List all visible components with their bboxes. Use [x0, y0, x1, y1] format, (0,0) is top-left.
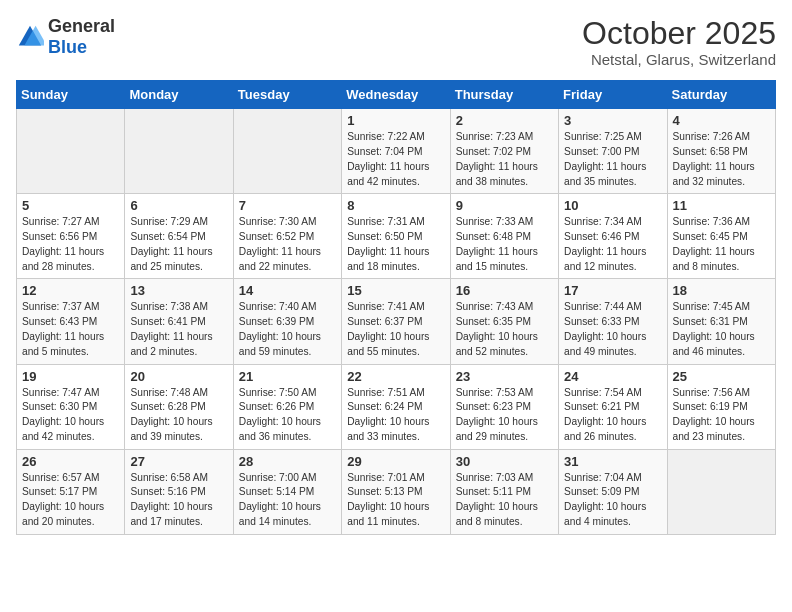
- cell-line: and 32 minutes.: [673, 176, 746, 187]
- cell-content: Sunrise: 7:23 AMSunset: 7:02 PMDaylight:…: [456, 130, 553, 189]
- cell-line: Sunset: 7:02 PM: [456, 146, 531, 157]
- calendar-cell: [17, 109, 125, 194]
- cell-line: Sunset: 6:37 PM: [347, 316, 422, 327]
- cell-line: and 22 minutes.: [239, 261, 312, 272]
- cell-line: Sunrise: 7:00 AM: [239, 472, 317, 483]
- cell-line: Daylight: 11 hours: [564, 161, 646, 172]
- day-number: 17: [564, 283, 661, 298]
- cell-content: Sunrise: 7:30 AMSunset: 6:52 PMDaylight:…: [239, 215, 336, 274]
- cell-line: Daylight: 11 hours: [673, 246, 755, 257]
- calendar-cell: 21Sunrise: 7:50 AMSunset: 6:26 PMDayligh…: [233, 364, 341, 449]
- cell-line: Sunrise: 7:27 AM: [22, 216, 100, 227]
- calendar-cell: 8Sunrise: 7:31 AMSunset: 6:50 PMDaylight…: [342, 194, 450, 279]
- day-number: 1: [347, 113, 444, 128]
- cell-line: Daylight: 10 hours: [130, 501, 212, 512]
- calendar-cell: 19Sunrise: 7:47 AMSunset: 6:30 PMDayligh…: [17, 364, 125, 449]
- cell-content: Sunrise: 7:40 AMSunset: 6:39 PMDaylight:…: [239, 300, 336, 359]
- cell-content: Sunrise: 7:25 AMSunset: 7:00 PMDaylight:…: [564, 130, 661, 189]
- calendar-cell: [125, 109, 233, 194]
- cell-content: Sunrise: 7:54 AMSunset: 6:21 PMDaylight:…: [564, 386, 661, 445]
- cell-line: Daylight: 11 hours: [564, 246, 646, 257]
- day-number: 6: [130, 198, 227, 213]
- cell-line: Sunset: 6:35 PM: [456, 316, 531, 327]
- day-number: 5: [22, 198, 119, 213]
- cell-content: Sunrise: 7:37 AMSunset: 6:43 PMDaylight:…: [22, 300, 119, 359]
- cell-line: Sunset: 5:13 PM: [347, 486, 422, 497]
- cell-content: Sunrise: 7:44 AMSunset: 6:33 PMDaylight:…: [564, 300, 661, 359]
- calendar-week-5: 26Sunrise: 6:57 AMSunset: 5:17 PMDayligh…: [17, 449, 776, 534]
- day-number: 2: [456, 113, 553, 128]
- cell-line: and 35 minutes.: [564, 176, 637, 187]
- calendar-cell: [233, 109, 341, 194]
- day-number: 28: [239, 454, 336, 469]
- calendar-cell: 24Sunrise: 7:54 AMSunset: 6:21 PMDayligh…: [559, 364, 667, 449]
- cell-line: Sunrise: 7:51 AM: [347, 387, 425, 398]
- cell-line: and 8 minutes.: [673, 261, 740, 272]
- cell-line: and 29 minutes.: [456, 431, 529, 442]
- cell-line: and 18 minutes.: [347, 261, 420, 272]
- cell-line: Sunrise: 7:22 AM: [347, 131, 425, 142]
- cell-content: Sunrise: 6:57 AMSunset: 5:17 PMDaylight:…: [22, 471, 119, 530]
- day-number: 23: [456, 369, 553, 384]
- cell-line: Daylight: 10 hours: [130, 416, 212, 427]
- day-number: 8: [347, 198, 444, 213]
- cell-line: and 20 minutes.: [22, 516, 95, 527]
- day-number: 10: [564, 198, 661, 213]
- cell-line: Sunrise: 7:40 AM: [239, 301, 317, 312]
- cell-line: and 8 minutes.: [456, 516, 523, 527]
- cell-line: and 49 minutes.: [564, 346, 637, 357]
- calendar-cell: 11Sunrise: 7:36 AMSunset: 6:45 PMDayligh…: [667, 194, 775, 279]
- cell-line: Sunset: 5:16 PM: [130, 486, 205, 497]
- cell-line: Sunrise: 7:50 AM: [239, 387, 317, 398]
- cell-line: Daylight: 10 hours: [564, 331, 646, 342]
- cell-content: Sunrise: 7:29 AMSunset: 6:54 PMDaylight:…: [130, 215, 227, 274]
- cell-line: Daylight: 10 hours: [239, 331, 321, 342]
- title-block: October 2025 Netstal, Glarus, Switzerlan…: [582, 16, 776, 68]
- calendar-cell: 22Sunrise: 7:51 AMSunset: 6:24 PMDayligh…: [342, 364, 450, 449]
- day-number: 18: [673, 283, 770, 298]
- calendar-cell: 27Sunrise: 6:58 AMSunset: 5:16 PMDayligh…: [125, 449, 233, 534]
- cell-line: and 4 minutes.: [564, 516, 631, 527]
- calendar-cell: 4Sunrise: 7:26 AMSunset: 6:58 PMDaylight…: [667, 109, 775, 194]
- cell-content: Sunrise: 7:48 AMSunset: 6:28 PMDaylight:…: [130, 386, 227, 445]
- cell-line: Sunrise: 7:48 AM: [130, 387, 208, 398]
- cell-content: Sunrise: 7:03 AMSunset: 5:11 PMDaylight:…: [456, 471, 553, 530]
- cell-line: Sunrise: 7:25 AM: [564, 131, 642, 142]
- cell-line: Sunset: 6:23 PM: [456, 401, 531, 412]
- calendar-cell: 9Sunrise: 7:33 AMSunset: 6:48 PMDaylight…: [450, 194, 558, 279]
- cell-line: Daylight: 11 hours: [22, 246, 104, 257]
- cell-line: and 38 minutes.: [456, 176, 529, 187]
- cell-line: Daylight: 10 hours: [673, 416, 755, 427]
- cell-line: Daylight: 10 hours: [347, 331, 429, 342]
- cell-line: Sunset: 6:24 PM: [347, 401, 422, 412]
- cell-line: Sunset: 6:54 PM: [130, 231, 205, 242]
- cell-line: and 11 minutes.: [347, 516, 420, 527]
- cell-line: Daylight: 10 hours: [239, 501, 321, 512]
- cell-line: Daylight: 10 hours: [22, 416, 104, 427]
- cell-content: Sunrise: 7:33 AMSunset: 6:48 PMDaylight:…: [456, 215, 553, 274]
- cell-line: Daylight: 11 hours: [347, 246, 429, 257]
- day-number: 24: [564, 369, 661, 384]
- calendar-header-thursday: Thursday: [450, 81, 558, 109]
- cell-line: and 28 minutes.: [22, 261, 95, 272]
- cell-content: Sunrise: 7:41 AMSunset: 6:37 PMDaylight:…: [347, 300, 444, 359]
- cell-line: and 5 minutes.: [22, 346, 89, 357]
- cell-line: Sunset: 6:52 PM: [239, 231, 314, 242]
- cell-line: Sunset: 6:43 PM: [22, 316, 97, 327]
- cell-line: Sunrise: 6:58 AM: [130, 472, 208, 483]
- calendar-cell: 23Sunrise: 7:53 AMSunset: 6:23 PMDayligh…: [450, 364, 558, 449]
- cell-line: Sunrise: 7:30 AM: [239, 216, 317, 227]
- cell-content: Sunrise: 7:31 AMSunset: 6:50 PMDaylight:…: [347, 215, 444, 274]
- cell-line: Sunrise: 7:29 AM: [130, 216, 208, 227]
- calendar-header-monday: Monday: [125, 81, 233, 109]
- cell-content: Sunrise: 7:38 AMSunset: 6:41 PMDaylight:…: [130, 300, 227, 359]
- cell-content: Sunrise: 7:45 AMSunset: 6:31 PMDaylight:…: [673, 300, 770, 359]
- day-number: 20: [130, 369, 227, 384]
- cell-line: Sunrise: 7:03 AM: [456, 472, 534, 483]
- cell-content: Sunrise: 7:53 AMSunset: 6:23 PMDaylight:…: [456, 386, 553, 445]
- cell-line: Daylight: 10 hours: [456, 416, 538, 427]
- cell-line: Sunrise: 7:04 AM: [564, 472, 642, 483]
- logo: General Blue: [16, 16, 115, 58]
- calendar-cell: 12Sunrise: 7:37 AMSunset: 6:43 PMDayligh…: [17, 279, 125, 364]
- calendar-cell: 14Sunrise: 7:40 AMSunset: 6:39 PMDayligh…: [233, 279, 341, 364]
